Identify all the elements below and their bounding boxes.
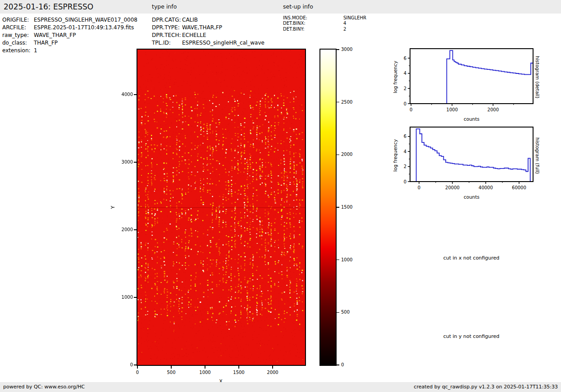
field-label: DPR.TYPE: [152,24,182,32]
field-value: ECHELLE [182,32,206,38]
field-label: DET.BINY: [283,27,343,32]
x-tick-label: 0 [418,185,420,190]
y-tick-label: 2 [404,164,406,169]
y-tick-label: 2 [404,86,406,91]
field-label: ARCFILE: [2,24,34,32]
x-tick-label: 2000 [488,107,499,112]
colorbar-tick [337,260,339,260]
hist-full-right-label: histogram (full) [535,126,540,185]
footer-right-text: created by qc_rawdisp.py v1.2.3 on 2025-… [414,382,558,392]
plot-frame [410,49,533,104]
x-tick [137,366,138,369]
x-tick-label: 1000 [194,369,216,376]
field-label: extension: [2,47,34,55]
x-tick-label: 2000 [261,369,284,376]
x-tick [205,366,205,369]
histogram-full-plot: 02000040000600000246counts [397,123,545,204]
y-tick-label: 4 [404,71,406,76]
cut-x-message: cut in x not configured [422,255,521,261]
field-label: DPR.TECH: [152,32,182,39]
page-title: 2025-01-16: ESPRESSO [4,0,93,14]
hist-detail-ylabel: log frequency [392,50,399,104]
field-value: 1 [34,47,37,54]
colorbar-tick [337,312,339,313]
info-row: DPR.TYPE:WAVE,THAR,FP [152,24,265,32]
hist-detail-right-label: histogram (detail) [535,48,540,106]
colorbar-tick-label: 2500 [341,99,361,106]
info-row: ORIGFILE:ESPRESSO_SINGLEHR_WAVE017_0008 [2,16,137,24]
field-label: TPL.ID: [152,39,182,47]
field-value: 2 [343,27,346,32]
y-tick [134,94,137,95]
colorbar [319,49,337,366]
info-row: ARCFILE:ESPRE.2025-01-17T10:49:13.479.fi… [2,24,137,32]
field-value: ESPRESSO_singleHR_cal_wave [182,40,265,46]
info-row: do_class:THAR_FP [2,39,137,47]
info-row: TPL.ID:ESPRESSO_singleHR_cal_wave [152,39,265,47]
colorbar-tick [337,365,339,365]
colorbar-tick [337,102,339,103]
field-label: INS.MODE: [283,15,343,21]
y-tick-label: 4 [404,149,406,154]
colorbar-tick [337,155,339,155]
field-value: CALIB [182,17,198,23]
type-info-heading: type info [152,0,177,14]
colorbar-tick-label: 1500 [341,204,361,211]
info-row: INS.MODE:SINGLEHR [283,15,366,21]
raw-image-plot [137,49,306,366]
field-value: 4 [343,21,346,26]
hist-xlabel: counts [464,116,479,122]
colorbar-tick [337,49,339,50]
y-tick [134,229,137,230]
y-axis-label: Y [109,194,117,221]
footer-bar: powered by QC: www.eso.org/HC created by… [0,382,561,392]
x-tick-label: 0 [126,369,149,376]
qc-report-page: 2025-01-16: ESPRESSO type info set-up in… [0,0,561,392]
field-label: ORIGFILE: [2,16,34,24]
colorbar-tick-label: 0 [341,361,361,369]
colorbar-tick-label: 2000 [341,151,361,158]
info-row: extension:1 [2,47,137,55]
x-tick-label: 60000 [512,185,526,190]
field-value: ESPRESSO_SINGLEHR_WAVE017_0008 [34,17,137,23]
colorbar-tick [337,207,339,208]
field-value: WAVE_THAR_FP [34,32,76,38]
plot-frame [410,127,533,182]
colorbar-tick-label: 3000 [341,46,361,53]
histogram-detail-plot: 0100020000246counts [397,45,545,125]
field-label: DET.BINX: [283,21,343,26]
hist-full-ylabel: log frequency [392,128,399,182]
file-info-block: ORIGFILE:ESPRESSO_SINGLEHR_WAVE017_0008 … [2,16,137,55]
info-row: DPR.CATG:CALIB [152,16,265,24]
histogram-line [410,129,533,182]
x-tick-label: 1500 [228,369,250,376]
x-tick-label: 1000 [447,107,458,112]
x-tick-label: 500 [160,369,182,376]
field-label: do_class: [2,39,34,47]
setup-info-block: INS.MODE:SINGLEHR DET.BINX:4 DET.BINY:2 [283,15,366,32]
setup-info-heading: set-up info [283,0,313,14]
colorbar-tick-label: 500 [341,309,361,316]
field-value: ESPRE.2025-01-17T10:49:13.479.fits [34,24,134,31]
y-tick-label: 2000 [110,226,133,233]
info-row: DET.BINY:2 [283,27,366,32]
x-tick [171,366,172,369]
y-tick-label: 3000 [110,159,133,166]
cut-y-message: cut in y not configured [422,333,521,339]
field-value: WAVE,THAR,FP [182,24,222,31]
header-bar: 2025-01-16: ESPRESSO type info set-up in… [0,0,561,14]
colorbar-tick-label: 1000 [341,256,361,264]
field-value: THAR_FP [34,40,58,46]
detector-image-canvas [137,50,305,365]
field-label: raw_type: [2,32,34,39]
y-tick-label: 0 [404,101,406,106]
y-tick-label: 0 [110,361,133,369]
field-value: SINGLEHR [343,15,366,20]
x-tick-label: 20000 [445,185,460,190]
y-tick-label: 6 [404,134,406,139]
y-tick-label: 0 [404,179,406,184]
info-row: DPR.TECH:ECHELLE [152,32,265,39]
type-info-block: DPR.CATG:CALIB DPR.TYPE:WAVE,THAR,FP DPR… [152,16,265,47]
hist-xlabel: counts [464,194,479,200]
y-tick [134,365,137,365]
